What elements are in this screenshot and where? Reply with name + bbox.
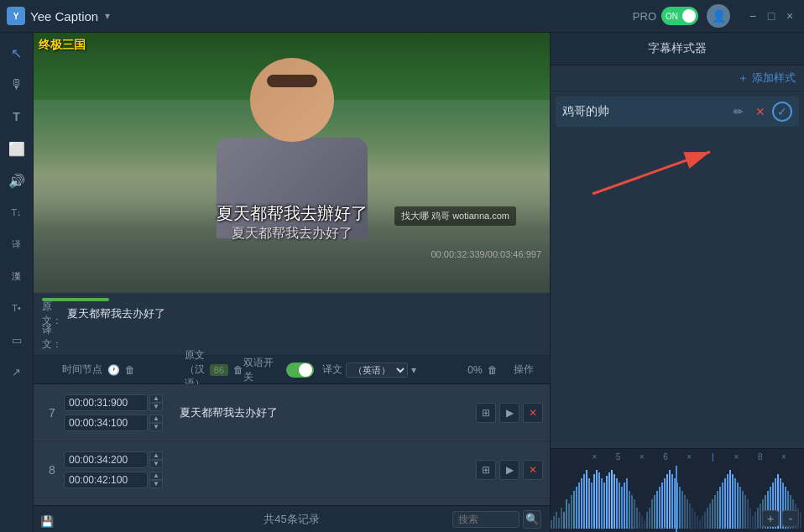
style-edit-button[interactable]: ✏ [728, 102, 749, 122]
time-start-spin: ▲ ▼ [149, 451, 163, 468]
time-end-up[interactable]: ▲ [149, 472, 163, 480]
pro-label: PRO [633, 10, 656, 23]
time-start-down[interactable]: ▼ [149, 460, 163, 468]
timeline-numbers: × 5 × 6 × | × 8 × [551, 452, 804, 462]
th-translate: 译文 （英语） （汉语） （日语） ▾ [322, 362, 464, 378]
style-select-button[interactable]: ✓ [772, 102, 792, 122]
time-end-down[interactable]: ▼ [149, 423, 163, 431]
row-copy-button[interactable]: ⊞ [476, 460, 496, 480]
time-start-up[interactable]: ▲ [149, 451, 163, 460]
search-button[interactable]: 🔍 [523, 510, 541, 529]
style-delete-button[interactable]: ✕ [750, 102, 770, 122]
toggle-knob [682, 9, 696, 23]
svg-rect-49 [669, 470, 671, 529]
record-count: 共45条记录 [264, 512, 319, 527]
translate-button[interactable]: 译 [3, 231, 30, 258]
svg-rect-74 [732, 474, 734, 529]
row-play-button[interactable]: ▶ [499, 460, 519, 480]
original-caption-input[interactable] [67, 308, 541, 321]
svg-rect-31 [624, 482, 625, 529]
th-delete-time-icon[interactable]: 🗑 [125, 364, 135, 376]
add-style-button[interactable]: ＋ 添加样式 [738, 70, 796, 86]
minimize-button[interactable]: − [745, 8, 760, 23]
close-button[interactable]: × [782, 8, 797, 23]
voice-tool-button[interactable]: 🔊 [3, 167, 30, 194]
right-panel-header: 字幕样式器 [551, 33, 804, 65]
timeline-mark: × [772, 452, 796, 462]
svg-rect-13 [578, 482, 580, 529]
time-end-spin: ▲ ▼ [149, 472, 163, 488]
row-delete-button[interactable]: ✕ [523, 460, 543, 480]
panel-title: 字幕样式器 [648, 41, 707, 56]
hans-button[interactable]: 漢 [3, 263, 30, 289]
time-start-down[interactable]: ▼ [149, 403, 163, 411]
svg-rect-26 [611, 470, 613, 529]
share-button[interactable]: ↗ [3, 358, 30, 385]
th-count: 86 [210, 364, 228, 376]
cursor-tool-button[interactable]: ↖ [3, 39, 30, 66]
search-input[interactable] [452, 511, 519, 528]
timeline-mark: × [582, 452, 606, 462]
svg-rect-20 [596, 470, 598, 529]
time-end-spin: ▲ ▼ [149, 415, 163, 431]
pro-toggle[interactable]: ON [661, 7, 698, 25]
search-area: 🔍 [452, 510, 541, 529]
th-delete-trans-icon[interactable]: 🗑 [488, 364, 498, 376]
bottom-bar: 💾 共45条记录 🔍 [34, 505, 550, 532]
subtitle-overlay: 夏天都帮我去辦好了 夏天都帮我去办好了 [217, 202, 368, 243]
image-tool-button[interactable]: ⬜ [3, 135, 30, 162]
maximize-button[interactable]: □ [764, 8, 779, 23]
time-start-wrap: ▲ ▼ [64, 394, 173, 411]
time-end-input[interactable] [64, 472, 148, 488]
th-time: 时间节点 🕐 🗑 [62, 362, 184, 377]
svg-rect-29 [619, 482, 620, 529]
user-avatar[interactable]: 👤 [707, 4, 730, 28]
save-icon-area[interactable]: 💾 [40, 515, 54, 528]
time-start-input[interactable] [64, 394, 148, 411]
timeline-mark: 6 [654, 452, 677, 462]
svg-rect-50 [671, 474, 673, 529]
svg-rect-70 [722, 482, 723, 529]
waveform-area: × 5 × 6 × | × 8 × [551, 448, 804, 532]
mic-tool-button[interactable]: 🎙 [3, 71, 30, 98]
row-play-button[interactable]: ▶ [499, 403, 519, 423]
th-percent: 0% 🗑 [464, 364, 504, 376]
video-frame: 终极三国 夏天都帮我去辦好了 夏天都帮我去办好了 找大哪 鸡哥 wotianna… [34, 33, 550, 293]
table-header: 时间节点 🕐 🗑 原文（汉语） 86 🗑 双语开关 译文 （英语） （汉语） [34, 356, 550, 384]
time-end-down[interactable]: ▼ [149, 480, 163, 488]
text-tool-button[interactable]: T [3, 103, 30, 130]
bilingual-toggle-knob [299, 363, 312, 377]
app-menu-arrow[interactable]: ▾ [105, 10, 110, 22]
svg-rect-17 [588, 478, 590, 529]
row-actions: ⊞ ▶ ✕ [476, 403, 543, 423]
row-copy-button[interactable]: ⊞ [476, 403, 496, 423]
svg-line-1 [593, 152, 710, 194]
time-end-wrap: ▲ ▼ [64, 472, 173, 488]
caption-style-button[interactable]: T↓ [3, 199, 30, 226]
svg-rect-73 [729, 470, 731, 529]
svg-rect-32 [626, 478, 628, 529]
timecode: 00:00:32:339/00:03:46:997 [431, 249, 541, 259]
time-end-input[interactable] [64, 415, 148, 431]
svg-rect-18 [591, 482, 593, 529]
translate-caption-input[interactable] [67, 331, 541, 344]
svg-rect-71 [724, 478, 726, 529]
th-delete-orig-icon[interactable]: 🗑 [233, 364, 243, 376]
row-delete-button[interactable]: ✕ [523, 403, 543, 423]
bilingual-toggle-switch[interactable] [286, 362, 315, 378]
row-time: ▲ ▼ ▲ ▼ [64, 451, 173, 488]
time-end-up[interactable]: ▲ [149, 415, 163, 423]
time-start-input[interactable] [64, 451, 148, 468]
right-panel: 字幕样式器 ＋ 添加样式 鸡哥的帅 ✏ ✕ ✓ [550, 33, 804, 532]
th-bilingual-toggle[interactable]: 双语开关 [243, 356, 314, 384]
timeline-mark: | [701, 452, 724, 462]
time-start-up[interactable]: ▲ [149, 394, 163, 403]
export-button[interactable]: ▭ [3, 326, 30, 353]
row-time: ▲ ▼ ▲ ▼ [64, 394, 173, 431]
toggle-label: ON [666, 12, 678, 21]
red-arrow-annotation [567, 143, 735, 211]
text-style-button[interactable]: T• [3, 295, 30, 321]
svg-rect-72 [727, 474, 728, 529]
language-selector[interactable]: （英语） （汉语） （日语） [346, 362, 408, 378]
svg-rect-16 [586, 470, 587, 529]
